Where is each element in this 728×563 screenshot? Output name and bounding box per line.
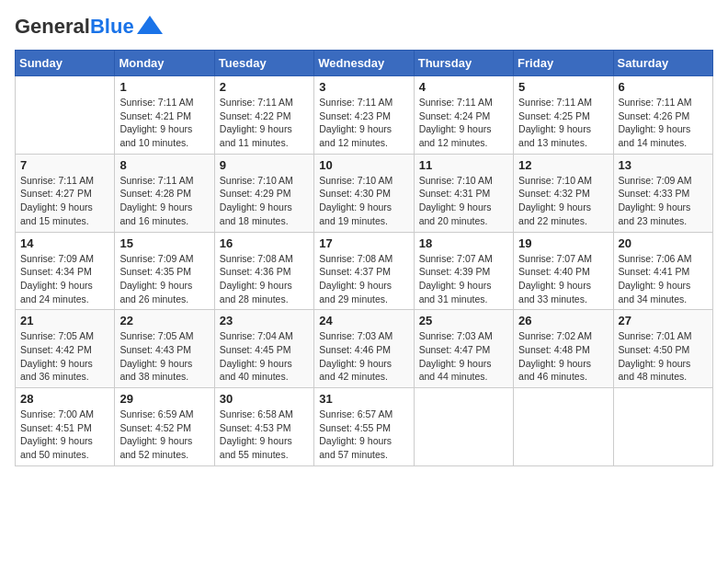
- calendar-cell: 12Sunrise: 7:10 AMSunset: 4:32 PMDayligh…: [514, 154, 613, 232]
- day-info: Sunrise: 7:05 AMSunset: 4:42 PMDaylight:…: [20, 329, 109, 384]
- day-info: Sunrise: 7:11 AMSunset: 4:25 PMDaylight:…: [518, 96, 608, 150]
- day-number: 30: [220, 392, 309, 406]
- calendar-cell: [414, 388, 513, 466]
- day-info: Sunrise: 7:05 AMSunset: 4:43 PMDaylight:…: [119, 329, 209, 384]
- calendar-cell: 3Sunrise: 7:11 AMSunset: 4:23 PMDaylight…: [314, 76, 414, 155]
- day-number: 2: [220, 80, 309, 94]
- calendar-cell: 30Sunrise: 6:58 AMSunset: 4:53 PMDayligh…: [214, 388, 313, 466]
- day-info: Sunrise: 7:00 AMSunset: 4:51 PMDaylight:…: [20, 408, 109, 462]
- day-info: Sunrise: 7:11 AMSunset: 4:28 PMDaylight:…: [119, 174, 209, 228]
- day-number: 8: [119, 158, 209, 172]
- day-number: 21: [20, 314, 109, 327]
- svg-marker-0: [137, 16, 163, 34]
- header: GeneralBlue: [15, 15, 713, 39]
- day-info: Sunrise: 7:11 AMSunset: 4:21 PMDaylight:…: [119, 96, 209, 150]
- day-info: Sunrise: 7:09 AMSunset: 4:35 PMDaylight:…: [119, 252, 209, 306]
- calendar-header-monday: Monday: [115, 51, 214, 76]
- calendar-week-row: 14Sunrise: 7:09 AMSunset: 4:34 PMDayligh…: [16, 232, 713, 310]
- day-number: 19: [518, 236, 608, 250]
- calendar-cell: 10Sunrise: 7:10 AMSunset: 4:30 PMDayligh…: [314, 154, 414, 232]
- day-info: Sunrise: 7:11 AMSunset: 4:23 PMDaylight:…: [319, 96, 408, 150]
- calendar-cell: [16, 76, 115, 155]
- day-number: 1: [119, 80, 209, 94]
- calendar-cell: 4Sunrise: 7:11 AMSunset: 4:24 PMDaylight…: [414, 76, 513, 155]
- day-number: 9: [220, 158, 309, 172]
- calendar-header-row: SundayMondayTuesdayWednesdayThursdayFrid…: [16, 51, 713, 76]
- calendar-cell: 1Sunrise: 7:11 AMSunset: 4:21 PMDaylight…: [115, 76, 214, 155]
- calendar-cell: 28Sunrise: 7:00 AMSunset: 4:51 PMDayligh…: [16, 388, 115, 466]
- calendar-week-row: 1Sunrise: 7:11 AMSunset: 4:21 PMDaylight…: [16, 76, 713, 155]
- calendar-cell: 9Sunrise: 7:10 AMSunset: 4:29 PMDaylight…: [214, 154, 313, 232]
- calendar-cell: 29Sunrise: 6:59 AMSunset: 4:52 PMDayligh…: [115, 388, 214, 466]
- day-info: Sunrise: 7:01 AMSunset: 4:50 PMDaylight:…: [619, 329, 708, 384]
- day-info: Sunrise: 7:07 AMSunset: 4:39 PMDaylight:…: [419, 252, 508, 306]
- day-info: Sunrise: 6:58 AMSunset: 4:53 PMDaylight:…: [220, 408, 309, 462]
- calendar-header-wednesday: Wednesday: [314, 51, 414, 76]
- day-number: 16: [220, 236, 309, 250]
- day-number: 17: [319, 236, 408, 250]
- day-info: Sunrise: 7:10 AMSunset: 4:31 PMDaylight:…: [419, 174, 508, 228]
- calendar-cell: 25Sunrise: 7:03 AMSunset: 4:47 PMDayligh…: [414, 310, 513, 388]
- logo: GeneralBlue: [15, 15, 163, 39]
- day-number: 3: [319, 80, 408, 94]
- calendar-header-thursday: Thursday: [414, 51, 513, 76]
- day-number: 27: [619, 314, 708, 327]
- calendar-cell: 18Sunrise: 7:07 AMSunset: 4:39 PMDayligh…: [414, 232, 513, 310]
- calendar-header-sunday: Sunday: [16, 51, 115, 76]
- day-number: 13: [619, 158, 708, 172]
- calendar-cell: 13Sunrise: 7:09 AMSunset: 4:33 PMDayligh…: [613, 154, 712, 232]
- calendar-cell: [613, 388, 712, 466]
- day-number: 31: [319, 392, 408, 406]
- day-number: 20: [619, 236, 708, 250]
- day-info: Sunrise: 7:04 AMSunset: 4:45 PMDaylight:…: [220, 329, 309, 384]
- calendar-cell: 2Sunrise: 7:11 AMSunset: 4:22 PMDaylight…: [214, 76, 313, 155]
- calendar-week-row: 28Sunrise: 7:00 AMSunset: 4:51 PMDayligh…: [16, 388, 713, 466]
- day-info: Sunrise: 7:07 AMSunset: 4:40 PMDaylight:…: [518, 252, 608, 306]
- logo-icon: [137, 16, 163, 34]
- calendar-table: SundayMondayTuesdayWednesdayThursdayFrid…: [15, 50, 713, 466]
- calendar-cell: 20Sunrise: 7:06 AMSunset: 4:41 PMDayligh…: [613, 232, 712, 310]
- day-number: 14: [20, 236, 109, 250]
- calendar-header-friday: Friday: [514, 51, 613, 76]
- logo-text: GeneralBlue: [15, 15, 134, 39]
- day-info: Sunrise: 7:10 AMSunset: 4:29 PMDaylight:…: [220, 174, 309, 228]
- calendar-week-row: 7Sunrise: 7:11 AMSunset: 4:27 PMDaylight…: [16, 154, 713, 232]
- day-number: 7: [20, 158, 109, 172]
- calendar-header-tuesday: Tuesday: [214, 51, 313, 76]
- calendar-cell: 14Sunrise: 7:09 AMSunset: 4:34 PMDayligh…: [16, 232, 115, 310]
- day-info: Sunrise: 7:06 AMSunset: 4:41 PMDaylight:…: [619, 252, 708, 306]
- calendar-cell: 6Sunrise: 7:11 AMSunset: 4:26 PMDaylight…: [613, 76, 712, 155]
- day-info: Sunrise: 7:08 AMSunset: 4:36 PMDaylight:…: [220, 252, 309, 306]
- day-number: 11: [419, 158, 508, 172]
- day-number: 29: [119, 392, 209, 406]
- day-number: 10: [319, 158, 408, 172]
- calendar-cell: 5Sunrise: 7:11 AMSunset: 4:25 PMDaylight…: [514, 76, 613, 155]
- day-info: Sunrise: 7:03 AMSunset: 4:46 PMDaylight:…: [319, 329, 408, 384]
- calendar-cell: 21Sunrise: 7:05 AMSunset: 4:42 PMDayligh…: [16, 310, 115, 388]
- day-info: Sunrise: 7:08 AMSunset: 4:37 PMDaylight:…: [319, 252, 408, 306]
- calendar-cell: 23Sunrise: 7:04 AMSunset: 4:45 PMDayligh…: [214, 310, 313, 388]
- calendar-cell: 7Sunrise: 7:11 AMSunset: 4:27 PMDaylight…: [16, 154, 115, 232]
- calendar-cell: 11Sunrise: 7:10 AMSunset: 4:31 PMDayligh…: [414, 154, 513, 232]
- day-number: 18: [419, 236, 508, 250]
- day-info: Sunrise: 7:11 AMSunset: 4:26 PMDaylight:…: [619, 96, 708, 150]
- day-info: Sunrise: 6:57 AMSunset: 4:55 PMDaylight:…: [319, 408, 408, 462]
- day-number: 26: [518, 314, 608, 327]
- calendar-cell: 19Sunrise: 7:07 AMSunset: 4:40 PMDayligh…: [514, 232, 613, 310]
- day-info: Sunrise: 7:10 AMSunset: 4:32 PMDaylight:…: [518, 174, 608, 228]
- day-number: 4: [419, 80, 508, 94]
- day-number: 25: [419, 314, 508, 327]
- day-number: 6: [619, 80, 708, 94]
- day-info: Sunrise: 7:09 AMSunset: 4:33 PMDaylight:…: [619, 174, 708, 228]
- calendar-cell: 27Sunrise: 7:01 AMSunset: 4:50 PMDayligh…: [613, 310, 712, 388]
- day-number: 22: [119, 314, 209, 327]
- calendar-cell: 8Sunrise: 7:11 AMSunset: 4:28 PMDaylight…: [115, 154, 214, 232]
- day-number: 12: [518, 158, 608, 172]
- day-number: 28: [20, 392, 109, 406]
- calendar-header-saturday: Saturday: [613, 51, 712, 76]
- day-info: Sunrise: 7:02 AMSunset: 4:48 PMDaylight:…: [518, 329, 608, 384]
- day-info: Sunrise: 7:09 AMSunset: 4:34 PMDaylight:…: [20, 252, 109, 306]
- calendar-cell: 17Sunrise: 7:08 AMSunset: 4:37 PMDayligh…: [314, 232, 414, 310]
- calendar-cell: [514, 388, 613, 466]
- calendar-cell: 22Sunrise: 7:05 AMSunset: 4:43 PMDayligh…: [115, 310, 214, 388]
